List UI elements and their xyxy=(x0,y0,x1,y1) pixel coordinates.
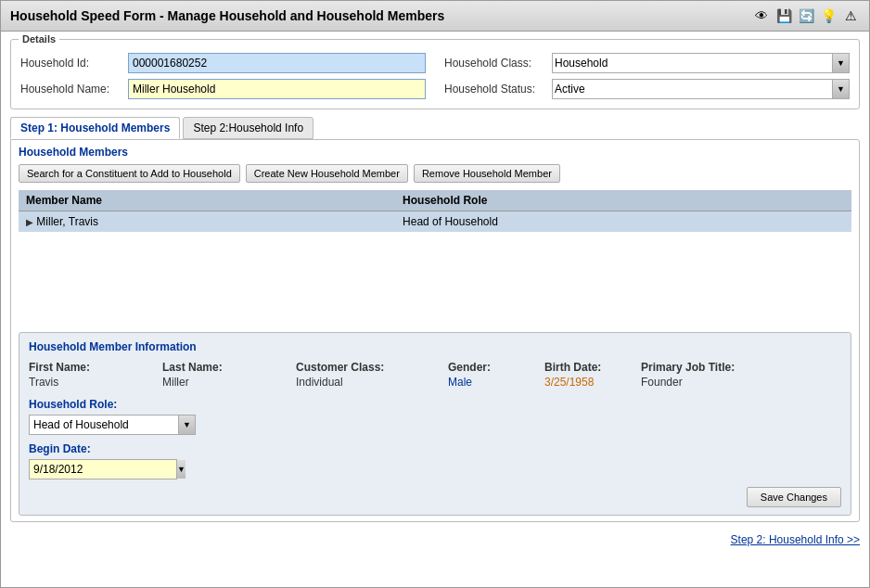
first-name-header: First Name: xyxy=(29,361,159,374)
member-role-cell: Head of Household xyxy=(395,211,851,233)
warning-icon[interactable]: ⚠ xyxy=(841,6,860,25)
job-title-header: Primary Job Title: xyxy=(641,361,841,374)
date-picker-arrow[interactable]: ▼ xyxy=(176,460,186,479)
details-legend: Details xyxy=(19,33,59,45)
member-info-section: Household Member Information First Name:… xyxy=(19,332,851,516)
remove-member-button[interactable]: Remove Household Member xyxy=(414,164,560,183)
main-content: Details Household Id: Household Name: Ho… xyxy=(1,32,869,530)
begin-date-label: Begin Date: xyxy=(29,442,841,455)
save-changes-button[interactable]: Save Changes xyxy=(747,487,841,507)
member-info-header-row: First Name: Last Name: Customer Class: G… xyxy=(29,361,841,374)
household-id-row: Household Id: xyxy=(20,53,426,73)
begin-date-section: Begin Date: ▼ xyxy=(29,442,841,479)
footer: Step 2: Household Info >> xyxy=(1,530,869,550)
household-class-row: Household Class: Household ▼ xyxy=(444,53,850,73)
members-section: Household Members Search for a Constitue… xyxy=(10,139,860,522)
household-id-input[interactable] xyxy=(128,53,426,73)
household-class-arrow[interactable]: ▼ xyxy=(832,54,849,72)
household-status-select[interactable]: Active xyxy=(553,80,832,98)
job-title-value: Founder xyxy=(641,376,841,389)
date-input-wrapper: ▼ xyxy=(29,459,177,479)
role-section: Household Role: Head of Household Member… xyxy=(29,398,841,435)
household-id-label: Household Id: xyxy=(20,57,122,70)
household-name-label: Household Name: xyxy=(20,83,122,96)
gender-header: Gender: xyxy=(448,361,541,374)
create-member-button[interactable]: Create New Household Member xyxy=(246,164,408,183)
birth-date-header: Birth Date: xyxy=(544,361,637,374)
member-name-cell: ▶ Miller, Travis xyxy=(19,211,395,233)
household-name-input[interactable] xyxy=(128,79,426,99)
details-section: Details Household Id: Household Name: Ho… xyxy=(10,39,860,109)
save-icon[interactable]: 💾 xyxy=(774,6,793,25)
details-grid: Household Id: Household Name: Household … xyxy=(20,53,850,99)
begin-date-input[interactable] xyxy=(30,460,176,479)
household-class-select-wrapper: Household ▼ xyxy=(552,53,850,73)
household-status-arrow[interactable]: ▼ xyxy=(832,80,849,98)
lightbulb-icon[interactable]: 💡 xyxy=(819,6,838,25)
header-toolbar: 👁 💾 🔄 💡 ⚠ xyxy=(752,6,860,25)
members-section-title: Household Members xyxy=(19,146,851,159)
customer-class-header: Customer Class: xyxy=(296,361,444,374)
page-header: Household Speed Form - Manage Household … xyxy=(1,1,869,32)
col-member-name: Member Name xyxy=(19,190,395,211)
household-status-label: Household Status: xyxy=(444,83,546,96)
row-arrow-icon: ▶ xyxy=(26,217,33,227)
col-household-role: Household Role xyxy=(395,190,851,211)
gender-value: Male xyxy=(448,376,541,389)
household-name-row: Household Name: xyxy=(20,79,426,99)
tab-step2[interactable]: Step 2:Household Info xyxy=(183,117,313,139)
members-table: Member Name Household Role ▶ Miller, Tra… xyxy=(19,190,851,325)
refresh-icon[interactable]: 🔄 xyxy=(797,6,815,25)
tab-step1[interactable]: Step 1: Household Members xyxy=(10,117,180,139)
member-info-title: Household Member Information xyxy=(29,340,841,353)
role-select-wrapper: Head of Household Member ▼ xyxy=(29,415,196,435)
members-tbody: ▶ Miller, Travis Head of Household xyxy=(19,211,851,326)
tabs-row: Step 1: Household Members Step 2:Househo… xyxy=(10,117,860,139)
household-status-row: Household Status: Active ▼ xyxy=(444,79,850,99)
member-info-values-row: Travis Miller Individual Male 3/25/1958 … xyxy=(29,376,841,389)
page-title: Household Speed Form - Manage Household … xyxy=(10,8,444,23)
table-row[interactable]: ▶ Miller, Travis Head of Household xyxy=(19,211,851,233)
household-role-select[interactable]: Head of Household Member xyxy=(30,415,178,434)
last-name-value: Miller xyxy=(162,376,292,389)
household-status-select-wrapper: Active ▼ xyxy=(552,79,850,99)
customer-class-value: Individual xyxy=(296,376,444,389)
role-select-arrow[interactable]: ▼ xyxy=(178,415,195,434)
role-label: Household Role: xyxy=(29,398,841,411)
search-constituent-button[interactable]: Search for a Constituent to Add to House… xyxy=(19,164,240,183)
first-name-value: Travis xyxy=(29,376,159,389)
household-class-select[interactable]: Household xyxy=(553,54,832,72)
save-changes-row: Save Changes xyxy=(29,487,841,507)
household-class-label: Household Class: xyxy=(444,57,546,70)
members-buttons-row: Search for a Constituent to Add to House… xyxy=(19,164,851,183)
last-name-header: Last Name: xyxy=(162,361,292,374)
birth-date-value: 3/25/1958 xyxy=(544,376,637,389)
step2-link[interactable]: Step 2: Household Info >> xyxy=(731,533,860,546)
eye-icon[interactable]: 👁 xyxy=(752,6,771,25)
